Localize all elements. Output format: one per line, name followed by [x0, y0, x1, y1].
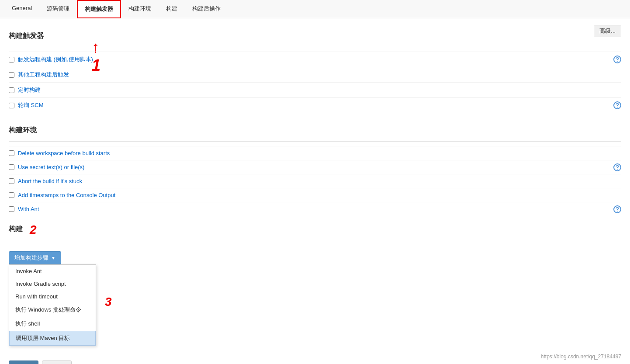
trigger-scm-help[interactable]: ? — [613, 101, 621, 109]
env-delete-ws-label[interactable]: Delete workspace before build starts — [18, 150, 110, 156]
env-ant-checkbox[interactable] — [9, 206, 14, 212]
trigger-item-other: 其他工程构建后触发 — [9, 67, 621, 82]
env-secret-label[interactable]: Use secret text(s) or file(s) — [18, 164, 84, 170]
save-button[interactable]: 保存 — [9, 361, 38, 364]
add-step-wrapper: 增加构建步骤 ▼ Invoke Ant Invoke Gradle script… — [9, 251, 621, 264]
tab-build[interactable]: 构建 — [159, 0, 185, 18]
dropdown-item-run-timeout[interactable]: Run with timeout — [9, 290, 96, 303]
trigger-remote-label[interactable]: 触发远程构建 (例如,使用脚本) — [18, 55, 93, 63]
tab-general[interactable]: General — [4, 0, 39, 18]
add-step-label: 增加构建步骤 — [14, 254, 48, 262]
env-abort-checkbox[interactable] — [9, 178, 14, 184]
env-item-abort: Abort the build if it's stuck — [9, 174, 621, 188]
trigger-remote-help[interactable]: ? — [613, 55, 621, 63]
env-item-delete-ws: Delete workspace before build starts — [9, 146, 621, 160]
add-step-dropdown-arrow: ▼ — [51, 256, 55, 260]
env-item-ant: With Ant ? — [9, 202, 621, 216]
trigger-scm-label[interactable]: 轮询 SCM — [18, 101, 44, 109]
trigger-item-scheduled: 定时构建 — [9, 82, 621, 97]
tab-source-management[interactable]: 源码管理 — [39, 0, 77, 18]
trigger-other-label[interactable]: 其他工程构建后触发 — [18, 71, 69, 79]
dropdown-item-maven[interactable]: 调用顶层 Maven 目标 — [9, 331, 96, 346]
tab-post-build[interactable]: 构建后操作 — [185, 0, 228, 18]
dropdown-item-invoke-ant[interactable]: Invoke Ant — [9, 265, 96, 277]
trigger-other-checkbox[interactable] — [9, 72, 14, 78]
env-item-secret: Use secret text(s) or file(s) ? — [9, 160, 621, 174]
main-content: ↑1 高级... 构建触发器 触发远程构建 (例如,使用脚本) ? 其他工程构建… — [0, 18, 630, 364]
dropdown-item-windows-batch[interactable]: 执行 Windows 批处理命令 — [9, 303, 96, 317]
trigger-item-scm: 轮询 SCM ? — [9, 97, 621, 113]
annotation-3: 3 — [105, 295, 112, 309]
trigger-item-remote: 触发远程构建 (例如,使用脚本) ? — [9, 52, 621, 67]
annotation-2: 2 — [30, 223, 37, 237]
build-section: 构建 2 增加构建步骤 ▼ Invoke Ant Invoke Gradle s… — [9, 223, 621, 264]
env-secret-help[interactable]: ? — [613, 163, 621, 171]
build-env-section-title: 构建环境 — [9, 126, 621, 137]
env-timestamps-label[interactable]: Add timestamps to the Console Output — [18, 192, 115, 198]
tab-build-env[interactable]: 构建环境 — [121, 0, 159, 18]
trigger-scheduled-checkbox[interactable] — [9, 87, 14, 93]
env-item-timestamps: Add timestamps to the Console Output — [9, 188, 621, 202]
triggers-section-title: 构建触发器 — [9, 31, 621, 42]
trigger-scheduled-label[interactable]: 定时构建 — [18, 86, 41, 94]
env-abort-label[interactable]: Abort the build if it's stuck — [18, 178, 82, 184]
tab-build-triggers[interactable]: 构建触发器 — [77, 0, 121, 18]
dropdown-item-invoke-gradle[interactable]: Invoke Gradle script — [9, 277, 96, 290]
advanced-button[interactable]: 高级... — [594, 25, 621, 37]
env-timestamps-checkbox[interactable] — [9, 192, 14, 198]
dropdown-item-exec-shell[interactable]: 执行 shell — [9, 317, 96, 331]
add-step-button[interactable]: 增加构建步骤 ▼ — [9, 251, 61, 264]
env-secret-checkbox[interactable] — [9, 164, 14, 170]
add-step-dropdown: Invoke Ant Invoke Gradle script Run with… — [9, 264, 96, 346]
bottom-buttons: 保存 应用 — [9, 361, 621, 364]
env-ant-label[interactable]: With Ant — [18, 206, 39, 212]
bottom-url: https://blog.csdn.net/qq_27184497 — [541, 354, 621, 360]
env-ant-help[interactable]: ? — [613, 205, 621, 213]
env-delete-ws-checkbox[interactable] — [9, 150, 14, 156]
trigger-remote-checkbox[interactable] — [9, 57, 14, 62]
build-section-title: 构建 — [9, 225, 23, 236]
trigger-scm-checkbox[interactable] — [9, 103, 14, 108]
apply-button[interactable]: 应用 — [42, 361, 72, 364]
nav-tabs: General 源码管理 构建触发器 构建环境 构建 构建后操作 — [0, 0, 630, 18]
